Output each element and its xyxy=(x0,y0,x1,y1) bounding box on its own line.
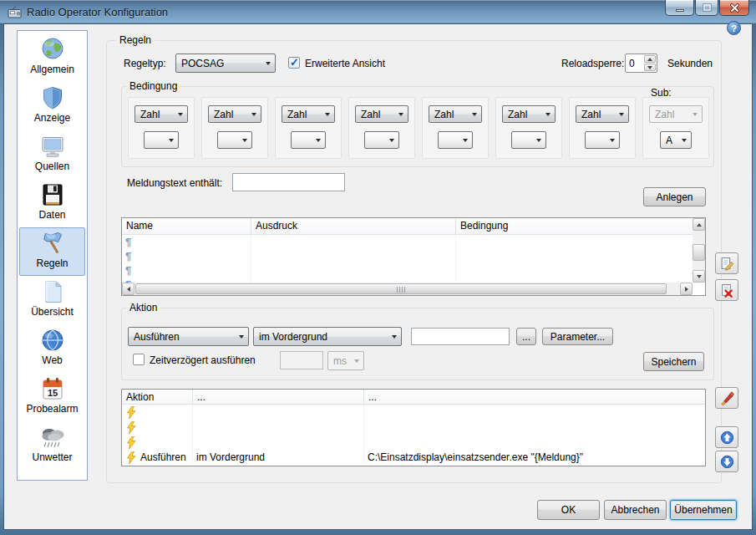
sidebar-item-web[interactable]: Web xyxy=(19,324,85,373)
bedingung-type-select-6-value: Zahl xyxy=(503,109,541,120)
sidebar-item-unwetter[interactable]: Unwetter xyxy=(19,421,85,470)
chevron-down-icon xyxy=(247,113,261,116)
bedingung-cell-3: Zahl xyxy=(275,97,342,159)
bedingung-type-select-1[interactable]: Zahl xyxy=(134,105,188,123)
rules-horizontal-scrollbar[interactable] xyxy=(122,283,693,295)
sidebar-item-label: Web xyxy=(42,354,62,366)
aktion-type-select[interactable]: Ausführen xyxy=(128,327,249,346)
bedingung-type-select-7[interactable]: Zahl xyxy=(576,105,629,123)
bedingung-value-select-5[interactable] xyxy=(438,131,473,149)
regeltyp-select[interactable]: POCSAG xyxy=(175,54,276,73)
edit-rule-button[interactable] xyxy=(715,252,738,274)
bedingung-type-select-3[interactable]: Zahl xyxy=(282,105,335,123)
minimize-button[interactable] xyxy=(665,0,694,16)
meldungstext-input[interactable] xyxy=(232,173,345,191)
column-header-dots1[interactable]: ... xyxy=(193,390,364,404)
action-row[interactable] xyxy=(122,435,705,450)
bedingung-group-label: Bedingung xyxy=(126,80,180,92)
scroll-down-icon[interactable] xyxy=(693,270,705,283)
maximize-icon xyxy=(703,4,711,11)
erweiterte-ansicht-checkbox[interactable] xyxy=(288,57,300,69)
ok-button[interactable]: OK xyxy=(537,500,600,520)
rule-ausdruck-cell xyxy=(251,249,456,263)
bedingung-type-select-4[interactable]: Zahl xyxy=(355,105,408,123)
chevron-down-icon xyxy=(468,113,481,116)
rule-row[interactable]: ¶ xyxy=(122,249,693,263)
action-mode-cell: im Vordergrund xyxy=(193,450,364,465)
window-title: Radio Operator Konfiguration xyxy=(27,6,168,18)
spin-up-icon[interactable] xyxy=(644,55,656,63)
titlebar[interactable]: Radio Operator Konfiguration xyxy=(0,0,756,23)
aktion-mode-select[interactable]: im Vordergrund xyxy=(253,327,402,346)
bedingung-value-select-7[interactable] xyxy=(585,131,620,149)
actions-table-body: Ausführenim VordergrundC:\Einsatzdisplay… xyxy=(122,405,705,466)
column-header-dots2[interactable]: ... xyxy=(364,390,705,404)
anlegen-button[interactable]: Anlegen xyxy=(643,187,706,206)
rule-name-cell: ¶ xyxy=(122,263,251,278)
sub-value-select[interactable]: A xyxy=(660,131,692,149)
bedingung-type-select-2[interactable]: Zahl xyxy=(208,105,261,123)
sidebar-item-label: Daten xyxy=(38,209,65,221)
scroll-up-icon[interactable] xyxy=(693,218,705,231)
red-brush-icon xyxy=(720,391,734,405)
scroll-right-icon[interactable] xyxy=(680,283,693,295)
chevron-down-icon xyxy=(688,113,702,116)
bedingung-value-select-4[interactable] xyxy=(364,131,399,149)
bedingung-value-select-3[interactable] xyxy=(291,131,326,149)
sidebar-item-uebersicht[interactable]: Übersicht xyxy=(19,276,85,324)
edit-document-icon xyxy=(720,257,734,271)
bedingung-value-select-1[interactable] xyxy=(144,131,179,149)
rule-row[interactable]: ¶ xyxy=(122,235,693,249)
rules-vertical-scrollbar[interactable] xyxy=(693,218,705,283)
svg-text:15: 15 xyxy=(47,388,57,398)
sidebar-item-daten[interactable]: Daten xyxy=(19,179,85,227)
sidebar-item-anzeige[interactable]: Anzeige xyxy=(19,82,85,130)
bedingung-value-select-2[interactable] xyxy=(217,131,252,149)
spin-down-icon[interactable] xyxy=(644,64,656,71)
aktion-command-input[interactable] xyxy=(411,328,510,345)
parameter-button[interactable]: Parameter... xyxy=(542,328,613,345)
horizontal-scroll-thumb[interactable] xyxy=(135,283,667,294)
action-row[interactable] xyxy=(122,420,705,435)
maximize-button[interactable] xyxy=(695,0,718,16)
bedingung-value-select-6[interactable] xyxy=(511,131,546,149)
bedingung-cell-6: Zahl xyxy=(495,97,562,159)
reloadsperre-spinner[interactable]: 0 xyxy=(625,54,657,73)
help-icon[interactable]: ? xyxy=(727,21,741,35)
clear-actions-button[interactable] xyxy=(715,387,738,409)
sidebar-item-probealarm[interactable]: 15Probealarm xyxy=(19,373,85,421)
globe-icon xyxy=(39,36,66,63)
rule-row[interactable]: ¶ xyxy=(122,263,693,278)
sidebar-item-quellen[interactable]: Quellen xyxy=(19,130,85,179)
bedingung-type-select-6[interactable]: Zahl xyxy=(502,105,556,123)
column-header-bedingung[interactable]: Bedingung xyxy=(456,218,693,234)
column-header-name[interactable]: Name xyxy=(122,218,251,234)
action-row[interactable]: Ausführenim VordergrundC:\Einsatzdisplay… xyxy=(122,450,705,465)
column-header-aktion[interactable]: Aktion xyxy=(122,390,193,404)
bedingung-type-select-7-value: Zahl xyxy=(576,109,615,120)
move-up-button[interactable] xyxy=(715,426,738,448)
close-button[interactable] xyxy=(719,0,749,16)
zeitverzoegert-checkbox[interactable] xyxy=(133,354,145,365)
action-row[interactable] xyxy=(122,405,705,420)
delay-unit-value: ms xyxy=(328,355,350,367)
bedingung-type-select-5[interactable]: Zahl xyxy=(429,105,482,123)
cancel-button[interactable]: Abbrechen xyxy=(604,500,667,520)
bedingung-type-select-5-value: Zahl xyxy=(429,109,468,120)
delete-document-icon xyxy=(720,283,734,298)
apply-button[interactable]: Übernehmen xyxy=(670,500,737,520)
chevron-down-icon xyxy=(321,113,334,116)
sidebar-item-allgemein[interactable]: Allgemein xyxy=(19,33,85,82)
scroll-left-icon[interactable] xyxy=(122,283,134,295)
column-header-ausdruck[interactable]: Ausdruck xyxy=(251,218,456,234)
storm-cloud-icon xyxy=(39,424,66,451)
vertical-scroll-thumb[interactable] xyxy=(693,244,705,261)
chevron-down-icon xyxy=(261,62,275,65)
browse-button[interactable]: ... xyxy=(516,328,536,345)
speichern-button[interactable]: Speichern xyxy=(643,352,704,371)
aktion-group-label: Aktion xyxy=(126,302,160,313)
delete-rule-button[interactable] xyxy=(715,279,738,301)
sidebar-item-regeln[interactable]: Regeln xyxy=(19,227,85,276)
move-down-button[interactable] xyxy=(715,451,738,472)
action-command-cell xyxy=(364,420,705,435)
